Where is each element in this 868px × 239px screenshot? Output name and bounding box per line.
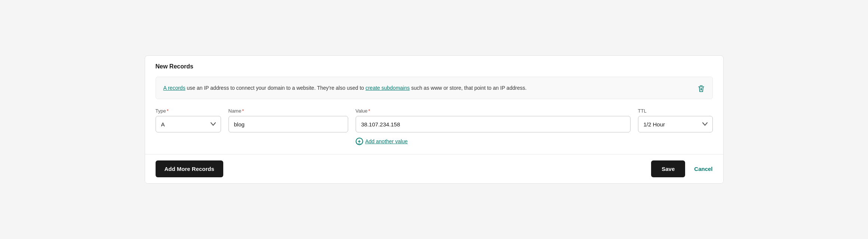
plus-circle-icon: + [356, 138, 363, 145]
create-subdomains-link[interactable]: create subdomains [365, 85, 410, 91]
trash-icon [697, 87, 705, 94]
add-more-records-button[interactable]: Add More Records [156, 160, 223, 177]
type-select-wrapper: A AAAA CNAME MX TXT [156, 116, 221, 132]
add-another-value-button[interactable]: + Add another value [356, 138, 631, 145]
info-text-end: such as www or store, that point to an I… [411, 85, 527, 91]
value-required-star: * [368, 108, 370, 114]
footer-right-actions: Save Cancel [651, 160, 712, 177]
info-text-middle: use an IP address to connect your domain… [187, 85, 366, 91]
type-label: Type* [156, 108, 221, 114]
section-title: New Records [156, 63, 713, 70]
ttl-label: TTL [638, 108, 713, 114]
type-required-star: * [167, 108, 169, 114]
name-required-star: * [242, 108, 244, 114]
form-row: Type* A AAAA CNAME MX TXT [156, 108, 713, 145]
type-field-group: Type* A AAAA CNAME MX TXT [156, 108, 221, 132]
footer-bar: Add More Records Save Cancel [145, 154, 723, 183]
save-button[interactable]: Save [651, 160, 685, 177]
value-input[interactable] [356, 116, 631, 132]
delete-record-button[interactable] [696, 83, 706, 96]
cancel-button[interactable]: Cancel [694, 166, 712, 172]
info-block: A records use an IP address to connect y… [156, 77, 713, 99]
a-records-link[interactable]: A records [163, 85, 185, 91]
name-field-group: Name* [228, 108, 348, 132]
add-another-value-label: Add another value [365, 138, 408, 144]
ttl-select-wrapper: 1/2 Hour 1 Hour 2 Hours 4 Hours 8 Hours … [638, 116, 713, 132]
value-label: Value* [356, 108, 631, 114]
main-content: New Records A records use an IP address … [145, 56, 723, 154]
name-label: Name* [228, 108, 348, 114]
value-field-group: Value* + Add another value [356, 108, 631, 145]
page-wrapper: New Records A records use an IP address … [145, 55, 724, 184]
ttl-field-group: TTL 1/2 Hour 1 Hour 2 Hours 4 Hours 8 Ho… [638, 108, 713, 132]
info-paragraph: A records use an IP address to connect y… [163, 84, 705, 92]
type-select[interactable]: A AAAA CNAME MX TXT [156, 116, 221, 132]
ttl-select[interactable]: 1/2 Hour 1 Hour 2 Hours 4 Hours 8 Hours … [638, 116, 713, 132]
name-input[interactable] [228, 116, 348, 132]
